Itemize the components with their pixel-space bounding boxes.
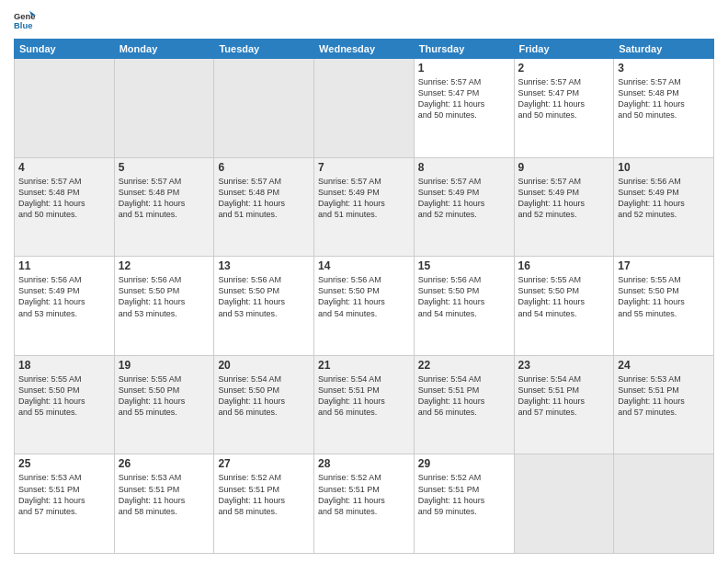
day-number: 2 (518, 62, 610, 75)
day-info: Sunrise: 5:53 AM Sunset: 5:51 PM Dayligh… (119, 472, 210, 517)
day-number: 3 (618, 62, 710, 75)
day-number: 25 (18, 457, 110, 470)
calendar-cell: 12Sunrise: 5:56 AM Sunset: 5:50 PM Dayli… (114, 257, 214, 356)
day-number: 19 (119, 359, 210, 372)
header-cell-friday: Friday (514, 40, 614, 59)
day-info: Sunrise: 5:55 AM Sunset: 5:50 PM Dayligh… (18, 373, 110, 419)
logo-icon: General Blue (14, 9, 36, 31)
day-info: Sunrise: 5:57 AM Sunset: 5:48 PM Dayligh… (119, 176, 210, 221)
header-cell-saturday: Saturday (614, 40, 714, 59)
calendar-week-2: 11Sunrise: 5:56 AM Sunset: 5:49 PM Dayli… (15, 257, 714, 356)
day-info: Sunrise: 5:56 AM Sunset: 5:49 PM Dayligh… (18, 274, 110, 319)
calendar-cell (214, 59, 314, 158)
calendar-week-1: 4Sunrise: 5:57 AM Sunset: 5:48 PM Daylig… (15, 157, 714, 257)
day-number: 7 (318, 161, 410, 174)
day-number: 15 (418, 259, 510, 272)
calendar-cell: 15Sunrise: 5:56 AM Sunset: 5:50 PM Dayli… (414, 257, 514, 356)
day-info: Sunrise: 5:57 AM Sunset: 5:48 PM Dayligh… (618, 76, 710, 121)
calendar-cell: 16Sunrise: 5:55 AM Sunset: 5:50 PM Dayli… (514, 257, 614, 356)
day-number: 8 (418, 161, 510, 174)
calendar-cell: 3Sunrise: 5:57 AM Sunset: 5:48 PM Daylig… (614, 59, 714, 158)
day-number: 28 (318, 457, 410, 470)
day-info: Sunrise: 5:57 AM Sunset: 5:47 PM Dayligh… (518, 76, 610, 121)
day-info: Sunrise: 5:53 AM Sunset: 5:51 PM Dayligh… (18, 472, 110, 517)
calendar-cell (514, 454, 614, 554)
calendar-cell: 25Sunrise: 5:53 AM Sunset: 5:51 PM Dayli… (15, 454, 115, 554)
day-info: Sunrise: 5:54 AM Sunset: 5:51 PM Dayligh… (318, 373, 410, 419)
day-info: Sunrise: 5:52 AM Sunset: 5:51 PM Dayligh… (218, 472, 310, 517)
day-info: Sunrise: 5:54 AM Sunset: 5:51 PM Dayligh… (518, 373, 610, 419)
day-number: 16 (518, 259, 610, 272)
calendar-cell (314, 59, 415, 158)
day-info: Sunrise: 5:56 AM Sunset: 5:49 PM Dayligh… (618, 176, 710, 221)
calendar-cell: 4Sunrise: 5:57 AM Sunset: 5:48 PM Daylig… (15, 157, 115, 257)
day-number: 10 (618, 161, 710, 174)
day-number: 29 (418, 457, 510, 470)
day-number: 22 (418, 359, 510, 372)
calendar-cell: 22Sunrise: 5:54 AM Sunset: 5:51 PM Dayli… (414, 355, 514, 454)
calendar-cell: 11Sunrise: 5:56 AM Sunset: 5:49 PM Dayli… (15, 257, 115, 356)
logo: General Blue (14, 9, 40, 31)
calendar-cell: 19Sunrise: 5:55 AM Sunset: 5:50 PM Dayli… (114, 355, 214, 454)
calendar-cell: 5Sunrise: 5:57 AM Sunset: 5:48 PM Daylig… (114, 157, 214, 257)
day-number: 23 (518, 359, 610, 372)
calendar-cell: 24Sunrise: 5:53 AM Sunset: 5:51 PM Dayli… (614, 355, 714, 454)
day-info: Sunrise: 5:57 AM Sunset: 5:48 PM Dayligh… (18, 176, 110, 221)
day-info: Sunrise: 5:55 AM Sunset: 5:50 PM Dayligh… (119, 373, 210, 419)
day-info: Sunrise: 5:52 AM Sunset: 5:51 PM Dayligh… (318, 472, 410, 517)
calendar-cell: 28Sunrise: 5:52 AM Sunset: 5:51 PM Dayli… (314, 454, 415, 554)
calendar-body: 1Sunrise: 5:57 AM Sunset: 5:47 PM Daylig… (15, 59, 714, 554)
day-info: Sunrise: 5:56 AM Sunset: 5:50 PM Dayligh… (218, 274, 310, 319)
header-cell-wednesday: Wednesday (314, 40, 415, 59)
day-info: Sunrise: 5:54 AM Sunset: 5:51 PM Dayligh… (418, 373, 510, 419)
calendar-cell: 8Sunrise: 5:57 AM Sunset: 5:49 PM Daylig… (414, 157, 514, 257)
calendar-cell (114, 59, 214, 158)
calendar-cell: 27Sunrise: 5:52 AM Sunset: 5:51 PM Dayli… (214, 454, 314, 554)
header-cell-thursday: Thursday (414, 40, 514, 59)
day-info: Sunrise: 5:57 AM Sunset: 5:49 PM Dayligh… (418, 176, 510, 221)
day-number: 1 (418, 62, 510, 75)
day-number: 14 (318, 259, 410, 272)
day-number: 18 (18, 359, 110, 372)
calendar-cell: 7Sunrise: 5:57 AM Sunset: 5:49 PM Daylig… (314, 157, 415, 257)
calendar-cell: 6Sunrise: 5:57 AM Sunset: 5:48 PM Daylig… (214, 157, 314, 257)
day-number: 17 (618, 259, 710, 272)
day-info: Sunrise: 5:54 AM Sunset: 5:50 PM Dayligh… (218, 373, 310, 419)
day-info: Sunrise: 5:57 AM Sunset: 5:49 PM Dayligh… (318, 176, 410, 221)
calendar-cell: 21Sunrise: 5:54 AM Sunset: 5:51 PM Dayli… (314, 355, 415, 454)
day-info: Sunrise: 5:56 AM Sunset: 5:50 PM Dayligh… (119, 274, 210, 319)
header-cell-monday: Monday (114, 40, 214, 59)
day-number: 26 (119, 457, 210, 470)
day-number: 13 (218, 259, 310, 272)
day-number: 27 (218, 457, 310, 470)
svg-text:Blue: Blue (14, 20, 32, 30)
day-number: 5 (119, 161, 210, 174)
day-info: Sunrise: 5:57 AM Sunset: 5:48 PM Dayligh… (218, 176, 310, 221)
calendar-cell: 13Sunrise: 5:56 AM Sunset: 5:50 PM Dayli… (214, 257, 314, 356)
calendar-cell: 26Sunrise: 5:53 AM Sunset: 5:51 PM Dayli… (114, 454, 214, 554)
calendar-week-4: 25Sunrise: 5:53 AM Sunset: 5:51 PM Dayli… (15, 454, 714, 554)
day-info: Sunrise: 5:57 AM Sunset: 5:49 PM Dayligh… (518, 176, 610, 221)
day-info: Sunrise: 5:53 AM Sunset: 5:51 PM Dayligh… (618, 373, 710, 419)
calendar-cell: 1Sunrise: 5:57 AM Sunset: 5:47 PM Daylig… (414, 59, 514, 158)
page: General Blue SundayMondayTuesdayWednesda… (0, 0, 728, 563)
day-number: 6 (218, 161, 310, 174)
day-info: Sunrise: 5:56 AM Sunset: 5:50 PM Dayligh… (418, 274, 510, 319)
day-number: 24 (618, 359, 710, 372)
calendar-cell (614, 454, 714, 554)
calendar-week-0: 1Sunrise: 5:57 AM Sunset: 5:47 PM Daylig… (15, 59, 714, 158)
calendar-cell: 29Sunrise: 5:52 AM Sunset: 5:51 PM Dayli… (414, 454, 514, 554)
calendar-cell: 14Sunrise: 5:56 AM Sunset: 5:50 PM Dayli… (314, 257, 415, 356)
calendar-week-3: 18Sunrise: 5:55 AM Sunset: 5:50 PM Dayli… (15, 355, 714, 454)
calendar-cell: 2Sunrise: 5:57 AM Sunset: 5:47 PM Daylig… (514, 59, 614, 158)
day-info: Sunrise: 5:55 AM Sunset: 5:50 PM Dayligh… (618, 274, 710, 319)
day-number: 11 (18, 259, 110, 272)
day-info: Sunrise: 5:55 AM Sunset: 5:50 PM Dayligh… (518, 274, 610, 319)
header: General Blue (14, 9, 714, 31)
calendar-cell: 9Sunrise: 5:57 AM Sunset: 5:49 PM Daylig… (514, 157, 614, 257)
calendar-cell (15, 59, 115, 158)
header-cell-tuesday: Tuesday (214, 40, 314, 59)
calendar-cell: 17Sunrise: 5:55 AM Sunset: 5:50 PM Dayli… (614, 257, 714, 356)
header-cell-sunday: Sunday (15, 40, 115, 59)
calendar-cell: 23Sunrise: 5:54 AM Sunset: 5:51 PM Dayli… (514, 355, 614, 454)
